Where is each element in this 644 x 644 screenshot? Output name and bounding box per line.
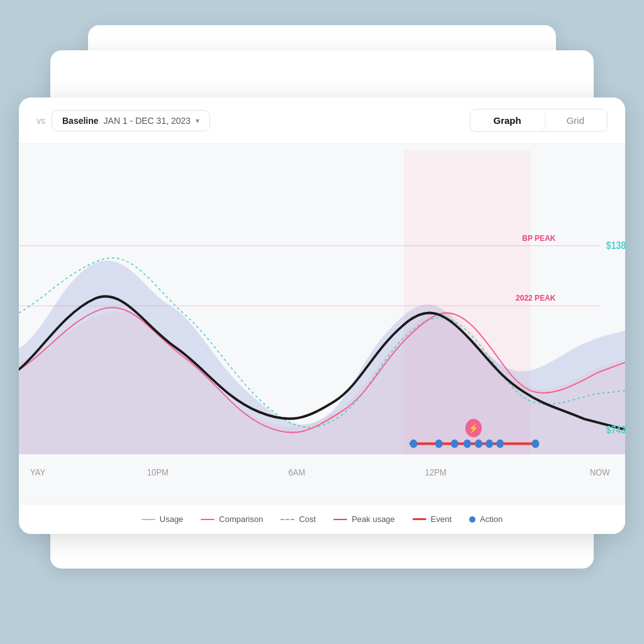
usage-label: Usage <box>160 514 184 524</box>
cost-label: Cost <box>299 514 316 524</box>
view-toggle: Graph Grid <box>470 109 608 132</box>
svg-text:BP PEAK: BP PEAK <box>522 233 556 243</box>
chart-area: $1384 $743 BP PEAK 2022 PEAK YAY 10PM 6A… <box>19 144 625 504</box>
svg-text:NOW: NOW <box>590 467 611 477</box>
action-dot-icon <box>469 516 475 523</box>
header-left: vs Baseline JAN 1 - DEC 31, 2023 ▾ <box>36 110 210 131</box>
usage-line-icon <box>142 519 155 520</box>
chevron-down-icon: ▾ <box>196 116 199 125</box>
action-label: Action <box>480 514 502 524</box>
svg-point-16 <box>464 440 471 448</box>
svg-text:2022 PEAK: 2022 PEAK <box>516 293 556 303</box>
legend-comparison: Comparison <box>201 514 263 524</box>
baseline-button[interactable]: Baseline JAN 1 - DEC 31, 2023 ▾ <box>52 110 210 131</box>
legend-cost: Cost <box>280 514 316 524</box>
event-label: Event <box>431 514 452 524</box>
legend: Usage Comparison Cost Peak usage Event A… <box>19 504 625 534</box>
svg-text:⚡: ⚡ <box>469 423 479 435</box>
legend-peak-usage: Peak usage <box>333 514 395 524</box>
event-line-icon <box>413 518 426 520</box>
svg-text:$1384: $1384 <box>606 240 625 252</box>
chart-svg: $1384 $743 BP PEAK 2022 PEAK YAY 10PM 6A… <box>19 150 625 504</box>
svg-text:YAY: YAY <box>30 467 45 477</box>
baseline-label: Baseline <box>62 116 99 126</box>
comparison-label: Comparison <box>219 514 263 524</box>
main-card: vs Baseline JAN 1 - DEC 31, 2023 ▾ Graph… <box>19 97 625 534</box>
graph-tab[interactable]: Graph <box>470 109 543 131</box>
peak-usage-label: Peak usage <box>352 514 395 524</box>
legend-event: Event <box>413 514 452 524</box>
svg-text:6AM: 6AM <box>288 467 305 477</box>
svg-point-19 <box>496 440 504 448</box>
svg-point-15 <box>451 440 458 448</box>
svg-text:12PM: 12PM <box>425 467 447 477</box>
vs-label: vs <box>36 116 45 126</box>
svg-point-18 <box>486 440 493 448</box>
svg-text:$743: $743 <box>606 424 625 435</box>
card-header: vs Baseline JAN 1 - DEC 31, 2023 ▾ Graph… <box>19 97 625 144</box>
svg-text:10PM: 10PM <box>147 467 169 477</box>
svg-point-13 <box>410 440 418 448</box>
peak-usage-line-icon <box>333 519 347 520</box>
baseline-date: JAN 1 - DEC 31, 2023 <box>104 116 191 126</box>
svg-point-20 <box>531 440 539 448</box>
legend-action: Action <box>469 514 502 524</box>
cost-line-icon <box>280 519 294 520</box>
legend-usage: Usage <box>142 514 184 524</box>
svg-point-14 <box>435 440 443 448</box>
grid-tab[interactable]: Grid <box>544 109 607 131</box>
svg-point-17 <box>475 440 482 448</box>
comparison-line-icon <box>201 519 214 520</box>
